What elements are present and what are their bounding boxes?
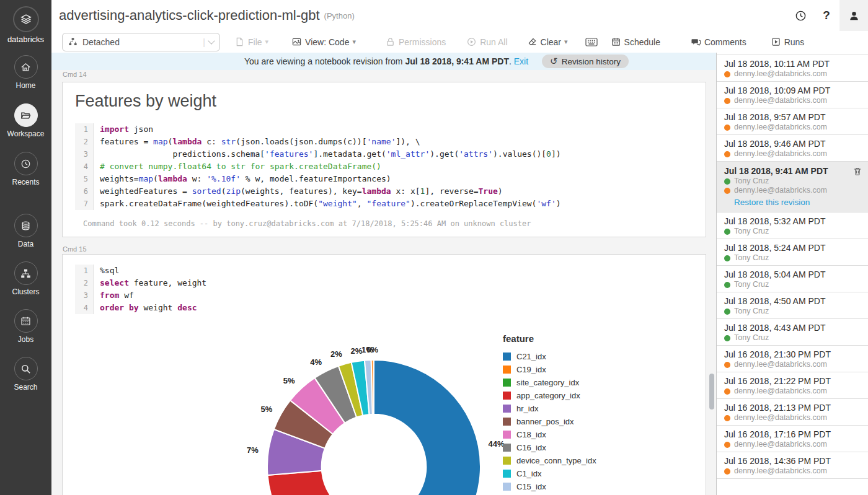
legend-item-C19_idx[interactable]: C19_idx — [503, 363, 596, 376]
author-status-dot — [724, 282, 730, 288]
sidebar-item-clusters[interactable]: Clusters — [7, 261, 45, 296]
revision-item[interactable]: Jul 18 2018, 4:43 AM PDTTony Cruz — [717, 319, 868, 346]
revision-item[interactable]: Jul 18 2018, 5:24 AM PDTTony Cruz — [717, 239, 868, 266]
sidebar-item-jobs[interactable]: Jobs — [7, 309, 45, 344]
body-row: You are viewing a notebook revision from… — [51, 53, 868, 495]
author-name: denny.lee@databricks.com — [734, 360, 827, 369]
revision-item[interactable]: Jul 16 2018, 21:13 PM PDTdenny.lee@datab… — [717, 399, 868, 426]
author-name: denny.lee@databricks.com — [734, 387, 827, 396]
legend-item-C1_idx[interactable]: C1_idx — [503, 467, 596, 480]
author-name: Tony Cruz — [734, 253, 769, 263]
legend-item-device_conn_type_idx[interactable]: device_conn_type_idx — [503, 454, 596, 467]
revision-item[interactable]: Jul 18 2018, 9:41 AM PDTTony Cruzdenny.l… — [717, 162, 868, 212]
recents-icon — [14, 152, 38, 175]
line-number: 7 — [75, 198, 94, 210]
legend-item-banner_pos_idx[interactable]: banner_pos_idx — [503, 415, 596, 428]
delete-revision-icon[interactable] — [853, 167, 862, 176]
author-name: Tony Cruz — [734, 307, 769, 316]
revision-item[interactable]: Jul 18 2018, 10:11 AM PDTdenny.lee@datab… — [717, 55, 868, 82]
revision-date: Jul 16 2018, 14:36 PM PDT — [724, 455, 861, 467]
runs-icon — [771, 37, 781, 46]
sidebar-item-search[interactable]: Search — [7, 357, 45, 392]
slice-label: 44% — [488, 439, 504, 449]
notebook-cell-cmd15[interactable]: 1%sql2select feature, weight3from wf4ord… — [62, 254, 706, 495]
legend-item-C16_idx[interactable]: C16_idx — [503, 441, 596, 454]
databricks-logo[interactable]: databricks — [7, 6, 44, 44]
code-line: 3from wf — [75, 289, 693, 302]
comments-icon — [691, 37, 701, 46]
notebook-scroll-area[interactable]: Cmd 14 Features by weight 1import json2f… — [51, 70, 716, 495]
legend-item-app_category_idx[interactable]: app_category_idx — [503, 389, 596, 402]
code-editor[interactable]: 1%sql2select feature, weight3from wf4ord… — [75, 265, 693, 314]
revision-author: denny.lee@databricks.com — [724, 360, 861, 369]
exit-revision-link[interactable]: Exit — [514, 56, 528, 66]
view-menu[interactable]: View: Code▾ — [292, 37, 356, 47]
author-status-dot — [724, 415, 730, 421]
help-icon[interactable]: ? — [813, 9, 839, 22]
legend-item-C15_idx[interactable]: C15_idx — [503, 480, 596, 493]
revision-notice-bar: You are viewing a notebook revision from… — [51, 53, 716, 70]
revision-item[interactable]: Jul 18 2018, 9:57 AM PDTdenny.lee@databr… — [717, 108, 868, 135]
slice-label: 5% — [283, 376, 295, 385]
legend-swatch — [503, 457, 511, 465]
revision-item[interactable]: Jul 18 2018, 9:46 AM PDTdenny.lee@databr… — [717, 135, 868, 162]
legend-label: device_conn_type_idx — [516, 456, 596, 465]
schedule-button[interactable]: Schedule — [611, 37, 660, 47]
legend-swatch — [503, 366, 511, 374]
revision-item[interactable]: Jul 16 2018, 17:16 PM PDTdenny.lee@datab… — [717, 426, 868, 452]
legend-swatch — [503, 405, 511, 413]
legend-item-C21_idx[interactable]: C21_idx — [503, 350, 596, 363]
code-editor[interactable]: 1import json2features = map(lambda c: st… — [75, 123, 693, 210]
revision-item[interactable]: Jul 16 2018, 14:36 PM PDTdenny.lee@datab… — [717, 452, 868, 479]
revision-item[interactable]: Jul 16 2018, 21:22 PM PDTdenny.lee@datab… — [717, 372, 868, 399]
line-number: 5 — [75, 173, 94, 185]
sidebar-item-home[interactable]: Home — [7, 55, 45, 90]
revision-date: Jul 16 2018, 17:16 PM PDT — [724, 429, 861, 440]
clock-icon[interactable] — [787, 10, 813, 22]
legend-item-C18_idx[interactable]: C18_idx — [503, 428, 596, 441]
revision-item[interactable]: Jul 18 2018, 5:32 AM PDTTony Cruz — [717, 212, 868, 239]
clusters-icon — [14, 261, 38, 285]
chevron-down-icon — [208, 37, 215, 44]
revision-author: denny.lee@databricks.com — [724, 387, 861, 396]
restore-revision-link[interactable]: Restore this revision — [734, 197, 861, 208]
revision-item[interactable]: Jul 16 2018, 21:30 PM PDTdenny.lee@datab… — [717, 346, 868, 372]
pie-slice-C21_idx[interactable] — [374, 360, 480, 495]
notebook-cell-cmd14[interactable]: Features by weight 1import json2features… — [62, 82, 706, 237]
revision-item[interactable]: Jul 18 2018, 5:04 AM PDTTony Cruz — [717, 266, 868, 292]
user-icon[interactable] — [841, 10, 867, 22]
sidebar-item-recents[interactable]: Recents — [7, 152, 45, 186]
sidebar-item-workspace[interactable]: Workspace — [7, 103, 45, 138]
cluster-attach-dropdown[interactable]: Detached | — [62, 33, 220, 51]
author-name: denny.lee@databricks.com — [734, 186, 827, 195]
line-number: 4 — [75, 302, 94, 314]
revision-item[interactable]: Jul 18 2018, 10:09 AM PDTdenny.lee@datab… — [717, 82, 868, 108]
author-status-dot — [724, 442, 730, 448]
runs-button[interactable]: Runs — [771, 37, 805, 47]
legend-item-hr_idx[interactable]: hr_idx — [503, 402, 596, 415]
shortcuts-button[interactable] — [585, 38, 601, 46]
author-status-dot — [724, 255, 730, 261]
revision-notice-text: You are viewing a notebook revision from — [244, 56, 405, 66]
revision-item[interactable]: Jul 18 2018, 4:50 AM PDTTony Cruz — [717, 292, 868, 319]
revision-history-button[interactable]: ↺ Revision history — [542, 55, 629, 68]
author-name: denny.lee@databricks.com — [734, 69, 827, 79]
revision-date: Jul 18 2018, 9:41 AM PDT — [724, 165, 861, 177]
command-result-footer: Command took 0.12 seconds -- by tony.cru… — [83, 219, 693, 229]
line-number: 4 — [75, 160, 94, 173]
sidebar-item-data[interactable]: Data — [7, 214, 45, 248]
line-number: 3 — [75, 289, 94, 302]
author-name: denny.lee@databricks.com — [734, 149, 827, 159]
legend-item-site_category_idx[interactable]: site_category_idx — [503, 376, 596, 389]
clear-menu[interactable]: Clear▾ — [528, 37, 568, 47]
comments-button[interactable]: Comments — [691, 37, 746, 47]
run-all-button[interactable]: Run All — [467, 37, 507, 47]
revision-author: Tony Cruz — [724, 333, 861, 343]
vertical-scrollbar[interactable] — [709, 374, 714, 410]
author-status-dot — [724, 309, 730, 315]
notebook-language: (Python) — [324, 11, 355, 20]
permissions-button[interactable]: Permissions — [386, 37, 446, 47]
file-menu[interactable]: File▾ — [235, 37, 268, 47]
workspace-icon — [14, 103, 38, 127]
feature-donut-chart[interactable]: 44%11%10%9%7%5%5%4%2%2%1%0% — [63, 326, 706, 495]
